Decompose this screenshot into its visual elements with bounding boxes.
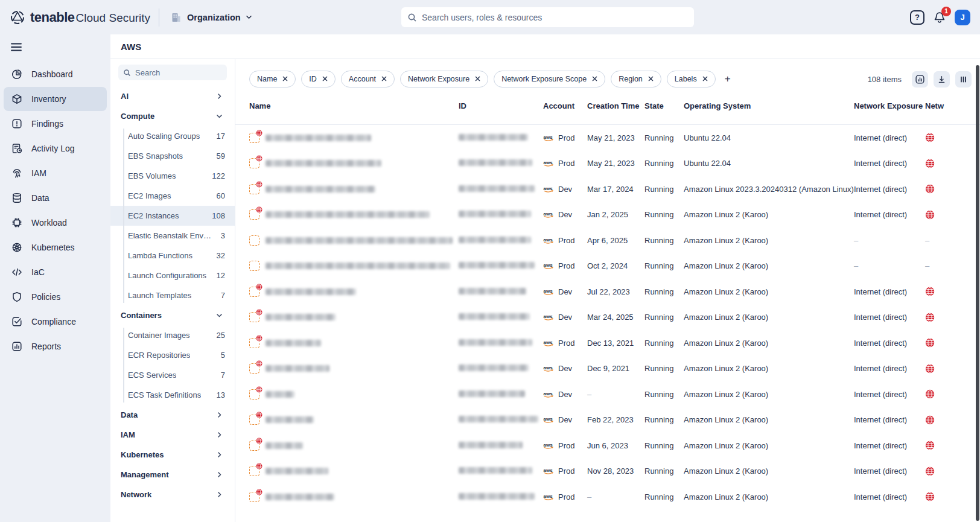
tree-item-ec2-instances[interactable]: EC2 Instances 108 <box>110 206 235 226</box>
tree-section-containers[interactable]: Containers <box>110 305 235 325</box>
filter-chip-region[interactable]: Region <box>611 71 661 88</box>
sidebar-item-workload[interactable]: Workload <box>4 211 107 235</box>
table-row[interactable]: awsProd Oct 2, 2024 Running Amazon Linux… <box>235 253 980 279</box>
tree-item-ebs-volumes[interactable]: EBS Volumes 122 <box>110 166 235 186</box>
filter-chip-account[interactable]: Account <box>341 71 395 88</box>
aws-icon: aws <box>543 313 555 321</box>
tree-section-management[interactable]: Management <box>110 465 235 485</box>
tree-item-launch-templates[interactable]: Launch Templates 7 <box>110 285 235 305</box>
tree-search[interactable] <box>118 65 227 80</box>
column-header-state[interactable]: State <box>644 101 684 110</box>
remove-filter-icon[interactable] <box>592 75 597 83</box>
tree-section-kubernetes[interactable]: Kubernetes <box>110 445 235 465</box>
table-row[interactable]: awsProd Apr 6, 2025 Running Amazon Linux… <box>235 228 980 253</box>
aws-icon: aws <box>543 288 555 296</box>
download-button[interactable] <box>934 71 950 88</box>
filter-chip-labels[interactable]: Labels <box>667 71 716 88</box>
network-exposure-scope <box>925 133 980 142</box>
sidebar-item-policies[interactable]: Policies <box>4 285 107 309</box>
filter-chip-id[interactable]: ID <box>301 71 336 88</box>
sidebar-item-kubernetes[interactable]: Kubernetes <box>4 235 107 259</box>
tree-item-ecs-services[interactable]: ECS Services 7 <box>110 365 235 385</box>
column-header-id[interactable]: ID <box>459 101 543 110</box>
account-label: Prod <box>558 159 574 168</box>
sidebar-item-iam[interactable]: IAM <box>4 161 107 185</box>
table-row[interactable]: awsDev Jul 22, 2023 Running Amazon Linux… <box>235 279 980 305</box>
organization-dropdown[interactable]: Organization <box>170 11 252 24</box>
table-row[interactable]: awsDev Mar 17, 2024 Running Amazon Linux… <box>235 176 980 202</box>
table-row[interactable]: awsProd May 21, 2023 Running Ubuntu 22.0… <box>235 151 980 177</box>
operating-system: Amazon Linux 2 (Karoo) <box>684 313 854 322</box>
column-header-operating-system[interactable]: Operating System <box>684 101 854 110</box>
tree-item-ec2-images[interactable]: EC2 Images 60 <box>110 186 235 206</box>
notifications-button[interactable]: 1 <box>933 11 946 24</box>
column-header-account[interactable]: Account <box>543 101 587 110</box>
remove-filter-icon[interactable] <box>322 75 328 83</box>
remove-filter-icon[interactable] <box>702 75 708 83</box>
sidebar-item-label: Compliance <box>31 317 76 326</box>
network-exposure-scope: – <box>925 236 980 245</box>
menu-icon[interactable] <box>11 43 22 54</box>
column-header-network-exposure[interactable]: Network Exposure <box>854 101 925 110</box>
tree-item-launch-configurations[interactable]: Launch Configurations 12 <box>110 266 235 285</box>
table-header: NameIDAccountCreation TimeStateOperating… <box>235 88 980 125</box>
column-header-name[interactable]: Name <box>249 101 459 110</box>
tree-item-ecs-task-definitions[interactable]: ECS Task Definitions 13 <box>110 385 235 405</box>
tree-section-iam[interactable]: IAM <box>110 425 235 445</box>
creation-time: Mar 17, 2024 <box>587 185 644 194</box>
tree-item-elastic-beanstalk-environ[interactable]: Elastic Beanstalk Environ... 3 <box>110 226 235 246</box>
chart-view-button[interactable] <box>912 71 928 88</box>
sidebar-item-data[interactable]: Data <box>4 186 107 210</box>
filter-chip-name[interactable]: Name <box>249 71 296 88</box>
tree-section-data[interactable]: Data <box>110 405 235 425</box>
remove-filter-icon[interactable] <box>282 75 288 83</box>
vertical-scrollbar[interactable] <box>976 65 979 521</box>
table-row[interactable]: awsDev Mar 24, 2025 Running Amazon Linux… <box>235 305 980 331</box>
tree-search-input[interactable] <box>135 68 214 77</box>
user-avatar[interactable]: J <box>955 10 970 25</box>
tree-section-network[interactable]: Network <box>110 485 235 504</box>
tree-section-ai[interactable]: AI <box>110 86 235 106</box>
sidebar-item-findings[interactable]: Findings <box>4 112 107 136</box>
table-row[interactable]: awsDev Dec 9, 2021 Running Amazon Linux … <box>235 356 980 382</box>
sidebar-item-label: Workload <box>31 218 67 228</box>
globe-icon <box>925 492 935 501</box>
remove-filter-icon[interactable] <box>648 75 654 83</box>
tree-item-auto-scaling-groups[interactable]: Auto Scaling Groups 17 <box>110 126 235 146</box>
remove-filter-icon[interactable] <box>381 75 387 83</box>
state: Running <box>644 236 684 245</box>
table-row[interactable]: awsDev – Running Amazon Linux 2 (Karoo) … <box>235 381 980 407</box>
sidebar-item-dashboard[interactable]: Dashboard <box>4 62 107 86</box>
sidebar-item-inventory[interactable]: Inventory <box>4 87 107 111</box>
chevron-down-icon <box>216 113 223 119</box>
tree-item-ebs-snapshots[interactable]: EBS Snapshots 59 <box>110 146 235 166</box>
add-filter-button[interactable]: + <box>725 73 731 85</box>
table-row[interactable]: awsProd May 21, 2023 Running Ubuntu 22.0… <box>235 125 980 151</box>
global-search[interactable] <box>401 7 694 27</box>
column-header-netw[interactable]: Netw <box>925 101 980 110</box>
table-row[interactable]: awsProd Dec 13, 2021 Running Amazon Linu… <box>235 330 980 356</box>
sidebar-item-iac[interactable]: IaC <box>4 260 107 284</box>
help-button[interactable]: ? <box>910 10 924 25</box>
table-row[interactable]: awsDev Feb 22, 2023 Running Amazon Linux… <box>235 407 980 433</box>
tree-item-ecr-repositories[interactable]: ECR Repositories 5 <box>110 345 235 365</box>
sidebar-item-compliance[interactable]: Compliance <box>4 310 107 334</box>
global-search-input[interactable] <box>422 13 688 22</box>
filter-chip-network-exposure[interactable]: Network Exposure <box>400 71 488 88</box>
table-row[interactable]: awsProd Nov 28, 2023 Running Amazon Linu… <box>235 459 980 485</box>
sidebar-item-reports[interactable]: Reports <box>4 334 107 358</box>
sidebar-item-activity-log[interactable]: Activity Log <box>4 136 107 161</box>
tree-item-lambda-functions[interactable]: Lambda Functions 32 <box>110 246 235 266</box>
remove-filter-icon[interactable] <box>475 75 480 83</box>
tree-item-container-images[interactable]: Container Images 25 <box>110 325 235 345</box>
filter-chip-network-exposure-scope[interactable]: Network Exposure Scope <box>494 71 605 88</box>
table-row[interactable]: awsProd Jun 6, 2023 Running Amazon Linux… <box>235 433 980 459</box>
tree-section-compute[interactable]: Compute <box>110 106 235 126</box>
search-icon <box>407 13 417 22</box>
table-row[interactable]: awsDev Jan 2, 2025 Running Amazon Linux … <box>235 202 980 228</box>
table-row[interactable]: awsProd – Running Amazon Linux 2 (Karoo)… <box>235 484 980 510</box>
activity-log-icon <box>11 142 23 154</box>
column-header-creation-time[interactable]: Creation Time <box>587 101 644 110</box>
operating-system: Amazon Linux 2 (Karoo) <box>684 364 854 373</box>
columns-button[interactable] <box>955 71 972 88</box>
